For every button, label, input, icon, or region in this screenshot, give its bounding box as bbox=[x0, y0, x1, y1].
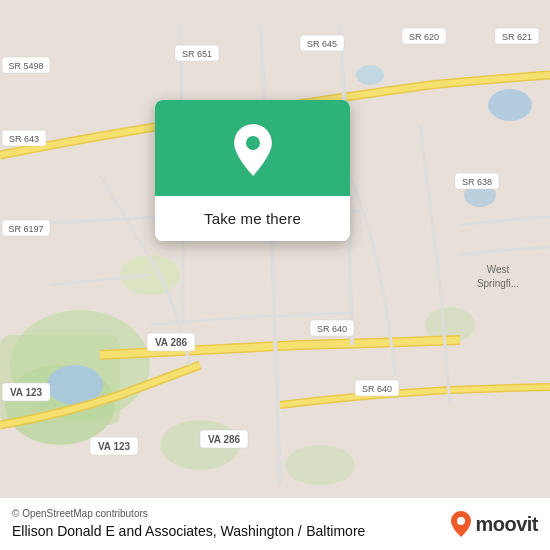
osm-credit: © OpenStreetMap contributors bbox=[12, 508, 365, 519]
popup-card: Take me there bbox=[155, 100, 350, 241]
svg-point-42 bbox=[246, 136, 260, 150]
moovit-text: moovit bbox=[475, 513, 538, 536]
svg-point-7 bbox=[356, 65, 384, 85]
svg-text:SR 643: SR 643 bbox=[9, 134, 39, 144]
take-me-there-button[interactable]: Take me there bbox=[155, 196, 350, 241]
bottom-left: © OpenStreetMap contributors Ellison Don… bbox=[12, 508, 365, 540]
svg-point-43 bbox=[457, 517, 465, 525]
svg-text:SR 645: SR 645 bbox=[307, 39, 337, 49]
svg-text:VA 123: VA 123 bbox=[10, 387, 43, 398]
svg-text:SR 651: SR 651 bbox=[182, 49, 212, 59]
svg-text:SR 640: SR 640 bbox=[362, 384, 392, 394]
svg-text:SR 640: SR 640 bbox=[317, 324, 347, 334]
svg-text:VA 286: VA 286 bbox=[208, 434, 241, 445]
svg-text:SR 620: SR 620 bbox=[409, 32, 439, 42]
svg-text:SR 5498: SR 5498 bbox=[8, 61, 43, 71]
map-svg: SR 620 SR 621 SR 5498 SR 651 SR 645 SR 6… bbox=[0, 0, 550, 550]
location-pin-icon bbox=[230, 122, 276, 178]
popup-green-area bbox=[155, 100, 350, 196]
place-name-container: Ellison Donald E and Associates, Washing… bbox=[12, 522, 365, 540]
svg-point-5 bbox=[488, 89, 532, 121]
moovit-logo: moovit bbox=[450, 510, 538, 538]
moovit-pin-icon bbox=[450, 510, 472, 538]
svg-text:Springfi...: Springfi... bbox=[477, 278, 519, 289]
place-name-2: Baltimore bbox=[306, 523, 365, 539]
svg-text:West: West bbox=[487, 264, 510, 275]
svg-point-9 bbox=[285, 445, 355, 485]
bottom-bar: © OpenStreetMap contributors Ellison Don… bbox=[0, 497, 550, 550]
svg-text:SR 638: SR 638 bbox=[462, 177, 492, 187]
svg-text:VA 123: VA 123 bbox=[98, 441, 131, 452]
svg-text:SR 621: SR 621 bbox=[502, 32, 532, 42]
place-name: Ellison Donald E and Associates, Washing… bbox=[12, 523, 302, 539]
svg-text:VA 286: VA 286 bbox=[155, 337, 188, 348]
svg-text:SR 6197: SR 6197 bbox=[8, 224, 43, 234]
map-container: SR 620 SR 621 SR 5498 SR 651 SR 645 SR 6… bbox=[0, 0, 550, 550]
